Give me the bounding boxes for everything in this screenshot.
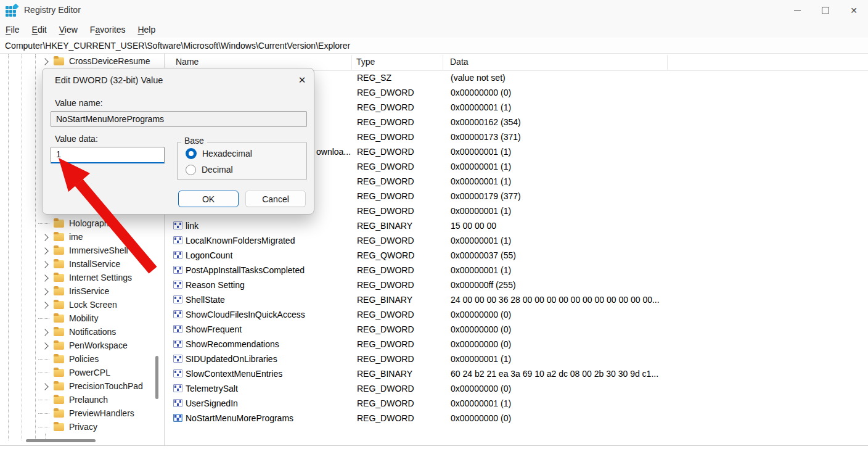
reg-binary-value-icon bbox=[173, 281, 182, 289]
value-data: 0x00000001 (1) bbox=[451, 354, 511, 364]
tree-item-previewhandlers[interactable]: PreviewHandlers bbox=[0, 407, 164, 421]
ok-button[interactable]: OK bbox=[178, 191, 239, 207]
column-separator[interactable] bbox=[667, 55, 668, 70]
tree-item-precisiontouchpad[interactable]: PrecisionTouchPad bbox=[0, 380, 164, 393]
close-button[interactable]: ✕ bbox=[840, 0, 868, 21]
menu-favorites[interactable]: Favorites bbox=[84, 25, 132, 35]
tree-item-ime[interactable]: ime bbox=[0, 231, 164, 244]
tree-item-notifications[interactable]: Notifications bbox=[0, 326, 164, 339]
value-data: 0x00000000 (0) bbox=[451, 310, 511, 319]
tree-item-lock-screen[interactable]: Lock Screen bbox=[0, 299, 164, 312]
chevron-right-icon[interactable] bbox=[41, 383, 48, 390]
value-name: ShowCloudFilesInQuickAccess bbox=[186, 310, 305, 319]
value-data: 0x00000000 (0) bbox=[451, 88, 511, 97]
registry-value-row-telemetrysalt[interactable]: TelemetrySaltREG_DWORD0x00000000 (0) bbox=[165, 382, 868, 397]
value-data: 0x00000000 (0) bbox=[451, 324, 511, 334]
tree-item-label: Internet Settings bbox=[69, 273, 132, 282]
tree-item-policies[interactable]: Policies bbox=[0, 353, 164, 366]
column-header-type[interactable]: Type bbox=[356, 57, 375, 67]
value-data: (value not set) bbox=[451, 73, 506, 83]
folder-icon bbox=[54, 247, 64, 255]
registry-value-row-postappinstalltaskscompleted[interactable]: PostAppInstallTasksCompletedREG_DWORD0x0… bbox=[165, 263, 868, 278]
chevron-right-icon[interactable] bbox=[41, 274, 48, 281]
value-name: ownloa... bbox=[316, 147, 351, 157]
tree-item-privacy[interactable]: Privacy bbox=[0, 421, 164, 434]
tree-item-installservice[interactable]: InstallService bbox=[0, 258, 164, 271]
value-name: UserSignedIn bbox=[186, 398, 238, 408]
value-data-label: Value data: bbox=[55, 134, 98, 144]
value-name: SIDUpdatedOnLibraries bbox=[186, 354, 277, 364]
edit-dword-dialog: Edit DWORD (32-bit) Value ✕ Value name: … bbox=[42, 68, 314, 215]
radio-selected-icon bbox=[186, 148, 197, 159]
chevron-right-icon[interactable] bbox=[41, 234, 48, 241]
registry-value-row-showfrequent[interactable]: ShowFrequentREG_DWORD0x00000000 (0) bbox=[165, 323, 868, 337]
folder-icon bbox=[54, 301, 64, 309]
reg-binary-value-icon bbox=[173, 414, 182, 422]
chevron-right-icon[interactable] bbox=[41, 342, 48, 349]
tree-item-holographic[interactable]: Holographic bbox=[0, 217, 164, 231]
registry-value-row-shellstate[interactable]: ShellStateREG_BINARY24 00 00 00 36 28 00… bbox=[165, 293, 868, 308]
tree-item-label: IrisService bbox=[69, 286, 109, 296]
folder-icon bbox=[54, 396, 64, 404]
chevron-right-icon[interactable] bbox=[41, 261, 48, 268]
registry-value-row-reason-setting[interactable]: Reason SettingREG_DWORD0x000000ff (255) bbox=[165, 278, 868, 293]
chevron-right-icon[interactable] bbox=[41, 288, 48, 295]
tree-item-prelaunch[interactable]: Prelaunch bbox=[0, 393, 164, 407]
minimize-button[interactable] bbox=[783, 0, 811, 21]
tree-item-crossdeviceresume[interactable]: CrossDeviceResume bbox=[0, 55, 164, 68]
chevron-right-icon[interactable] bbox=[41, 247, 48, 254]
registry-value-row-nostartmenumoreprograms[interactable]: NoStartMenuMoreProgramsREG_DWORD0x000000… bbox=[165, 411, 868, 426]
reg-binary-value-icon bbox=[173, 355, 182, 363]
tree-vertical-scrollbar-thumb[interactable] bbox=[155, 356, 158, 399]
tree-connector bbox=[38, 413, 49, 414]
value-type: REG_DWORD bbox=[357, 413, 414, 423]
column-separator[interactable] bbox=[351, 55, 352, 70]
value-type: REG_DWORD bbox=[357, 354, 414, 364]
address-bar[interactable]: Computer\HKEY_CURRENT_USER\Software\Micr… bbox=[0, 38, 868, 54]
folder-icon bbox=[54, 355, 64, 363]
folder-icon bbox=[54, 57, 64, 65]
value-data: 0x00000179 (377) bbox=[451, 191, 521, 201]
registry-value-row-showrecommendations[interactable]: ShowRecommendationsREG_DWORD0x00000000 (… bbox=[165, 337, 868, 352]
chevron-right-icon[interactable] bbox=[41, 58, 48, 65]
menu-bar: FileEditViewFavoritesHelp bbox=[0, 21, 868, 38]
radio-unselected-icon bbox=[186, 165, 196, 175]
hexadecimal-radio-label: Hexadecimal bbox=[202, 149, 252, 159]
chevron-right-icon[interactable] bbox=[41, 329, 48, 336]
menu-help[interactable]: Help bbox=[131, 25, 162, 35]
registry-value-row-showcloudfilesinquickaccess[interactable]: ShowCloudFilesInQuickAccessREG_DWORD0x00… bbox=[165, 308, 868, 323]
decimal-radio-option[interactable]: Decimal bbox=[186, 163, 233, 176]
tree-connector bbox=[38, 400, 49, 400]
menu-view[interactable]: View bbox=[53, 25, 84, 35]
tree-item-immersiveshell[interactable]: ImmersiveShell bbox=[0, 244, 164, 258]
tree-item-irisservice[interactable]: IrisService bbox=[0, 285, 164, 299]
column-header-data[interactable]: Data bbox=[450, 57, 469, 67]
menu-file[interactable]: File bbox=[0, 25, 26, 35]
registry-value-row-localknownfoldersmigrated[interactable]: LocalKnownFoldersMigratedREG_DWORD0x0000… bbox=[165, 234, 868, 249]
tree-item-mobility[interactable]: Mobility bbox=[0, 312, 164, 326]
tree-horizontal-scrollbar-thumb[interactable] bbox=[26, 439, 96, 442]
value-type: REG_DWORD bbox=[357, 384, 414, 393]
reg-binary-value-icon bbox=[173, 266, 182, 274]
value-data-input[interactable]: 1 bbox=[51, 147, 165, 163]
maximize-button[interactable] bbox=[811, 0, 840, 21]
chevron-right-icon[interactable] bbox=[41, 302, 48, 308]
registry-value-row-slowcontextmenuentries[interactable]: SlowContextMenuEntriesREG_BINARY60 24 b2… bbox=[165, 367, 868, 382]
value-name: Reason Setting bbox=[186, 280, 245, 290]
dialog-close-button[interactable]: ✕ bbox=[293, 72, 311, 88]
value-name: NoStartMenuMorePrograms bbox=[186, 413, 293, 423]
registry-value-row-sidupdatedonlibraries[interactable]: SIDUpdatedOnLibrariesREG_DWORD0x00000001… bbox=[165, 352, 868, 367]
menu-edit[interactable]: Edit bbox=[26, 25, 53, 35]
column-header-name[interactable]: Name bbox=[176, 57, 199, 67]
tree-item-penworkspace[interactable]: PenWorkspace bbox=[0, 339, 164, 353]
registry-value-row-logoncount[interactable]: LogonCountREG_QWORD0x00000037 (55) bbox=[165, 249, 868, 263]
registry-value-row-usersignedin[interactable]: UserSignedInREG_DWORD0x00000001 (1) bbox=[165, 397, 868, 411]
cancel-button[interactable]: Cancel bbox=[245, 191, 306, 207]
tree-item-internet-settings[interactable]: Internet Settings bbox=[0, 271, 164, 285]
registry-value-row-link[interactable]: linkREG_BINARY15 00 00 00 bbox=[165, 219, 868, 234]
hexadecimal-radio-option[interactable]: Hexadecimal bbox=[186, 147, 252, 160]
value-data: 0x00000001 (1) bbox=[451, 398, 511, 408]
tree-item-powercpl[interactable]: PowerCPL bbox=[0, 366, 164, 380]
column-separator[interactable] bbox=[443, 55, 443, 70]
minimize-icon bbox=[794, 10, 801, 11]
